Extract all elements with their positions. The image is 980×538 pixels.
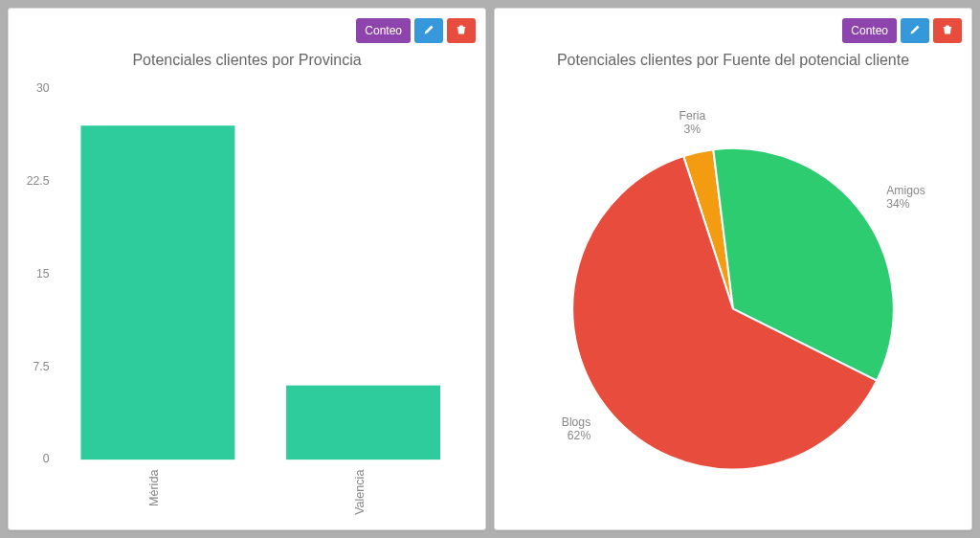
panel-fuente: Conteo Potenciales clientes por Fuente d… [494, 8, 972, 530]
slice-label-name: Feria [679, 109, 705, 123]
y-tick-label: 15 [36, 266, 50, 280]
pencil-icon [423, 24, 434, 37]
y-tick-label: 22.5 [27, 174, 50, 188]
slice-label-pct: 3% [684, 123, 702, 136]
x-tick-label: Valencia [353, 470, 367, 515]
panel-toolbar: Conteo [356, 18, 476, 43]
trash-icon [942, 24, 953, 37]
panel-provincia: Conteo Potenciales clientes por Provinci… [8, 8, 486, 530]
workspace: Conteo Potenciales clientes por Provinci… [0, 0, 980, 538]
chart-title: Potenciales clientes por Provincia [18, 52, 476, 69]
y-tick-label: 30 [36, 81, 50, 95]
slice-label-pct: 34% [886, 197, 910, 211]
conteo-label: Conteo [365, 25, 402, 36]
slice-label-name: Amigos [886, 184, 925, 197]
conteo-button[interactable]: Conteo [356, 18, 411, 43]
bar [80, 125, 234, 460]
y-tick-label: 0 [43, 452, 50, 465]
chart-title: Potenciales clientes por Fuente del pote… [504, 52, 962, 69]
conteo-button[interactable]: Conteo [842, 18, 897, 43]
delete-button[interactable] [447, 18, 476, 43]
x-tick-label: Mérida [147, 469, 161, 506]
bar [286, 386, 440, 460]
trash-icon [456, 24, 467, 37]
edit-button[interactable] [901, 18, 929, 43]
slice-label-pct: 62% [568, 429, 591, 442]
pencil-icon [909, 24, 921, 37]
bar-chart: 07.51522.530MéridaValencia [18, 78, 476, 520]
conteo-label: Conteo [851, 25, 888, 36]
pie-chart: Feria3%Amigos34%Blogs62% [504, 78, 962, 520]
y-tick-label: 7.5 [33, 359, 50, 372]
delete-button[interactable] [933, 18, 962, 43]
panel-toolbar: Conteo [842, 18, 962, 43]
edit-button[interactable] [414, 18, 443, 43]
slice-label-name: Blogs [562, 415, 591, 429]
